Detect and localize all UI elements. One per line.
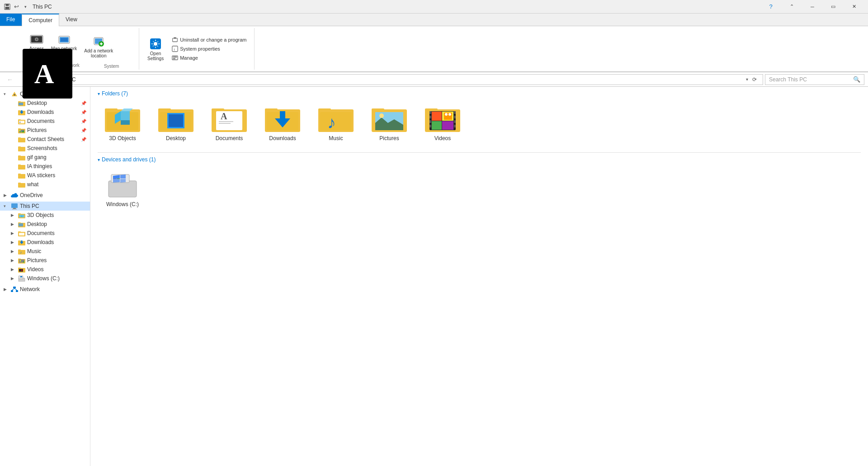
sidebar-item-contact-sheets[interactable]: Contact Sheets 📌	[0, 135, 90, 144]
sidebar-item-windows-c[interactable]: ▶ Windows (C:)	[0, 274, 90, 283]
sidebar-item-downloads[interactable]: Downloads 📌	[0, 108, 90, 117]
sidebar-this-pc-header[interactable]: ▾ This PC	[0, 202, 90, 211]
close-button[interactable]: ✕	[844, 0, 864, 14]
svg-rect-134	[454, 125, 456, 127]
sidebar-item-videos-pc[interactable]: ▶ Videos	[0, 265, 90, 274]
tab-computer[interactable]: Computer	[22, 14, 59, 26]
sidebar-item-desktop-pc[interactable]: ▶ Desktop	[0, 220, 90, 229]
sidebar-item-gif-gang[interactable]: gif gang	[0, 153, 90, 162]
svg-rect-139	[442, 121, 453, 130]
add-network-icon	[91, 34, 106, 48]
folders-header[interactable]: ▾ Folders (7)	[98, 90, 861, 97]
windows-c-expand: ▶	[11, 276, 16, 281]
dropdown-icon[interactable]: ▾	[22, 3, 29, 10]
what-folder-icon	[18, 182, 25, 188]
maximize-button[interactable]: ▭	[823, 0, 844, 14]
sidebar-documents-pc-label: Documents	[27, 230, 55, 236]
tab-file[interactable]: File	[0, 14, 22, 26]
svg-point-7	[36, 38, 38, 40]
svg-rect-117	[320, 112, 352, 130]
devices-chevron: ▾	[98, 157, 100, 162]
sidebar-item-documents-pc[interactable]: ▶ Documents	[0, 229, 90, 238]
undo-icon[interactable]: ↩	[13, 3, 20, 10]
sidebar-item-downloads-pc[interactable]: ▶ Downloads	[0, 238, 90, 247]
sidebar-network-header[interactable]: ▶ Network	[0, 285, 90, 294]
refresh-button[interactable]: ⟳	[750, 75, 759, 84]
folder-item-videos[interactable]: Videos	[418, 100, 467, 145]
svg-text:♪: ♪	[20, 250, 22, 254]
minimize-button[interactable]: ─	[802, 0, 823, 14]
folder-item-pictures[interactable]: Pictures	[364, 100, 414, 145]
system-props-button[interactable]: i System properties	[170, 45, 248, 53]
add-network-button[interactable]: Add a networklocation	[81, 32, 116, 60]
folder-item-3d-objects[interactable]: 3D Objects	[98, 100, 147, 145]
windows-c-drive-icon	[18, 275, 25, 282]
folder-icon-videos	[425, 104, 461, 133]
manage-icon	[172, 55, 178, 61]
svg-rect-128	[429, 116, 431, 118]
sidebar-item-ia-thingies[interactable]: IA thingies	[0, 162, 90, 171]
wa-stickers-folder-icon	[18, 173, 25, 179]
chevron-up-button[interactable]: ⌃	[781, 0, 802, 14]
nav-bar: ← → ⇧ ▶ This PC ▾ ⟳ Search This PC 🔍	[0, 72, 868, 87]
sidebar-this-pc-label: This PC	[20, 203, 39, 209]
svg-rect-28	[18, 101, 21, 103]
sidebar-item-documents[interactable]: A Documents 📌	[0, 117, 90, 126]
contact-sheets-pin: 📌	[81, 137, 86, 142]
folder-icon-pictures	[371, 104, 407, 133]
sidebar-item-pictures[interactable]: Pictures 📌	[0, 126, 90, 135]
svg-rect-129	[429, 120, 431, 123]
help-button[interactable]: ?	[760, 0, 781, 14]
svg-text:A: A	[34, 59, 54, 89]
search-bar[interactable]: Search This PC 🔍	[765, 74, 864, 85]
quick-access-expand: ▾	[4, 92, 9, 96]
quick-access-icon: ★	[11, 91, 18, 97]
tab-view[interactable]: View	[59, 14, 84, 26]
folder-item-desktop[interactable]: Desktop	[151, 100, 201, 145]
ribbon: File Computer View A	[0, 14, 868, 72]
address-dropdown[interactable]: ▾	[746, 77, 748, 82]
folder-item-documents[interactable]: A Documents	[204, 100, 254, 145]
sidebar-item-desktop[interactable]: Desktop 📌	[0, 99, 90, 108]
documents-pc-expand: ▶	[11, 231, 16, 235]
contact-sheets-folder-icon	[18, 137, 25, 142]
svg-rect-35	[18, 119, 21, 121]
svg-point-43	[19, 130, 21, 131]
drive-item-windows-c[interactable]: Windows (C:)	[98, 166, 147, 211]
sidebar-item-pictures-pc[interactable]: ▶ Pictures	[0, 256, 90, 265]
title-bar-controls: ? ⌃ ─ ▭ ✕	[760, 0, 864, 14]
svg-rect-106	[216, 111, 242, 130]
sidebar-item-screenshots[interactable]: Screenshots	[0, 144, 90, 153]
folder-item-downloads[interactable]: Downloads	[258, 100, 307, 145]
sidebar-onedrive-header[interactable]: ▶ OneDrive	[0, 191, 90, 200]
back-button[interactable]: ←	[4, 73, 16, 86]
documents-pc-icon	[18, 230, 25, 236]
sidebar-item-what[interactable]: what	[0, 180, 90, 189]
uninstall-button[interactable]: Uninstall or change a program	[170, 36, 248, 44]
folder-name-videos: Videos	[434, 135, 451, 141]
folder-item-music[interactable]: ♪ Music	[311, 100, 361, 145]
save-icon[interactable]	[4, 3, 11, 10]
address-bar[interactable]: ▶ This PC ▾ ⟳	[47, 74, 763, 85]
devices-header[interactable]: ▾ Devices and drives (1)	[98, 156, 861, 163]
sidebar-windows-c-label: Windows (C:)	[27, 275, 60, 282]
manage-button[interactable]: Manage	[170, 54, 248, 62]
svg-rect-132	[454, 116, 456, 118]
ribbon-group-system: OpenSettings Uninstall or change a progr…	[139, 28, 255, 70]
folder-name-pictures: Pictures	[379, 135, 399, 141]
sidebar-item-3d-objects[interactable]: ▶ 3D Objects	[0, 211, 90, 220]
devices-grid: Windows (C:)	[98, 166, 861, 211]
search-icon[interactable]: 🔍	[853, 76, 860, 83]
svg-point-123	[379, 113, 384, 118]
svg-text:A: A	[221, 111, 227, 121]
open-settings-button[interactable]: OpenSettings	[145, 35, 166, 63]
title-bar-quick-access: ↩ ▾	[4, 3, 29, 10]
pictures-pc-expand: ▶	[11, 258, 16, 263]
uninstall-label: Uninstall or change a program	[180, 37, 246, 42]
sidebar-item-music-pc[interactable]: ▶ ♪ Music	[0, 247, 90, 256]
svg-rect-15	[101, 42, 102, 45]
svg-text:A: A	[19, 121, 21, 123]
add-network-label: Add a networklocation	[84, 48, 113, 58]
sidebar-item-wa-stickers[interactable]: WA stickers	[0, 171, 90, 180]
pictures-pc-icon	[18, 257, 25, 264]
